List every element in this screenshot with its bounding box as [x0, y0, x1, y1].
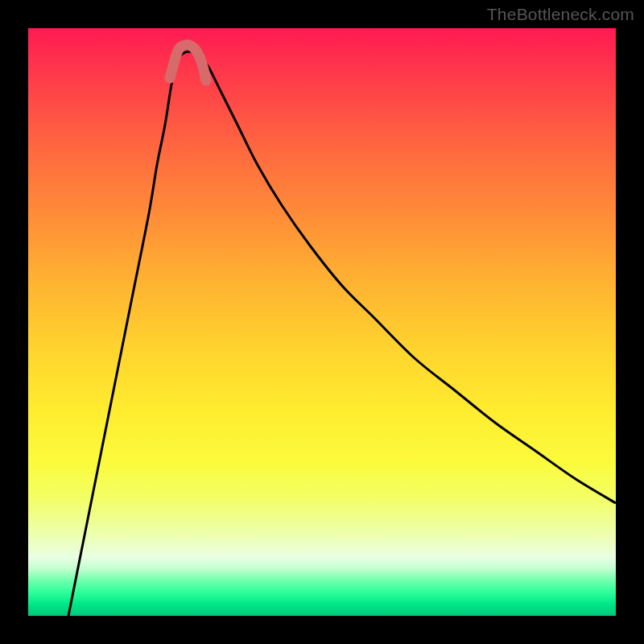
highlight-trough	[170, 45, 206, 80]
watermark-text: TheBottleneck.com	[487, 5, 634, 24]
bottleneck-curve	[68, 52, 616, 616]
chart-frame: TheBottleneck.com	[0, 0, 644, 644]
plot-area	[28, 28, 616, 616]
curve-svg	[28, 28, 616, 616]
